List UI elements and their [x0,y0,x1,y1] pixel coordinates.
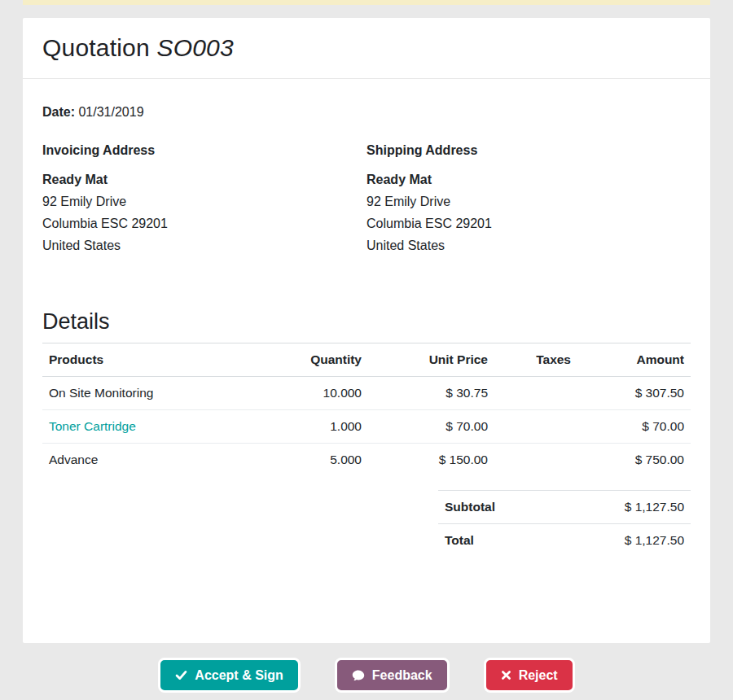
addresses-section: Invoicing Address Ready Mat 92 Emily Dri… [42,143,691,256]
product-taxes [494,410,577,444]
invoicing-address: Invoicing Address Ready Mat 92 Emily Dri… [42,143,366,256]
total-label: Total [438,524,556,558]
x-icon [501,670,511,680]
product-unit-price: $ 70.00 [368,410,494,444]
product-taxes [494,444,577,477]
column-header-unit-price: Unit Price [368,343,494,377]
column-header-taxes: Taxes [494,343,577,377]
product-quantity: 5.000 [287,444,368,477]
product-name: On Site Monitoring [42,377,287,410]
product-unit-price: $ 150.00 [368,444,494,477]
check-icon [175,669,187,681]
notification-bar-remnant [23,0,710,5]
product-unit-price: $ 30.75 [368,377,494,410]
reject-button[interactable]: Reject [484,658,575,693]
total-value: $ 1,127.50 [556,524,691,558]
accept-sign-button[interactable]: Accept & Sign [158,658,300,693]
speech-bubble-icon [352,669,365,682]
total-row: Total $ 1,127.50 [438,524,691,558]
subtotal-row: Subtotal $ 1,127.50 [438,491,691,524]
quotation-reference: SO003 [156,34,233,61]
invoicing-address-name: Ready Mat [42,168,366,190]
product-amount: $ 307.50 [577,377,691,410]
shipping-address-name: Ready Mat [366,168,691,190]
products-table: Products Quantity Unit Price Taxes Amoun… [42,343,691,476]
subtotal-label: Subtotal [438,491,556,524]
column-header-quantity: Quantity [287,343,368,377]
card-header: Quotation SO003 [23,18,710,79]
table-row: On Site Monitoring 10.000 $ 30.75 $ 307.… [42,377,691,410]
column-header-products: Products [42,343,287,377]
table-header-row: Products Quantity Unit Price Taxes Amoun… [42,343,691,377]
feedback-button[interactable]: Feedback [335,658,450,693]
quotation-card: Quotation SO003 Date: 01/31/2019 Invoici… [23,18,710,643]
date-value: 01/31/2019 [78,105,143,119]
shipping-address-city: Columbia ESC 29201 [366,212,691,234]
table-row: Advance 5.000 $ 150.00 $ 750.00 [42,444,691,477]
invoicing-address-country: United States [42,234,366,256]
action-buttons: Accept & Sign Feedback Reject [0,658,733,693]
date-label: Date: [42,105,75,119]
card-body: Date: 01/31/2019 Invoicing Address Ready… [23,79,710,643]
feedback-label: Feedback [372,668,432,683]
invoicing-address-city: Columbia ESC 29201 [42,212,366,234]
subtotal-value: $ 1,127.50 [556,491,691,524]
product-quantity: 10.000 [287,377,368,410]
product-name: Advance [42,444,287,477]
shipping-address-street: 92 Emily Drive [366,190,691,212]
column-header-amount: Amount [577,343,691,377]
product-taxes [494,377,577,410]
reject-label: Reject [519,668,558,683]
product-link[interactable]: Toner Cartridge [49,419,136,433]
quotation-date: Date: 01/31/2019 [42,105,691,119]
invoicing-address-heading: Invoicing Address [42,143,366,157]
invoicing-address-street: 92 Emily Drive [42,190,366,212]
table-row: Toner Cartridge 1.000 $ 70.00 $ 70.00 [42,410,691,444]
product-quantity: 1.000 [287,410,368,444]
page-title: Quotation SO003 [42,34,691,62]
accept-sign-label: Accept & Sign [195,668,283,683]
details-heading: Details [42,308,691,335]
shipping-address-country: United States [366,234,691,256]
page-title-prefix: Quotation [42,34,150,61]
shipping-address: Shipping Address Ready Mat 92 Emily Driv… [366,143,691,256]
product-amount: $ 750.00 [577,444,691,477]
shipping-address-heading: Shipping Address [366,143,691,157]
totals-table: Subtotal $ 1,127.50 Total $ 1,127.50 [438,490,691,557]
product-amount: $ 70.00 [577,410,691,444]
